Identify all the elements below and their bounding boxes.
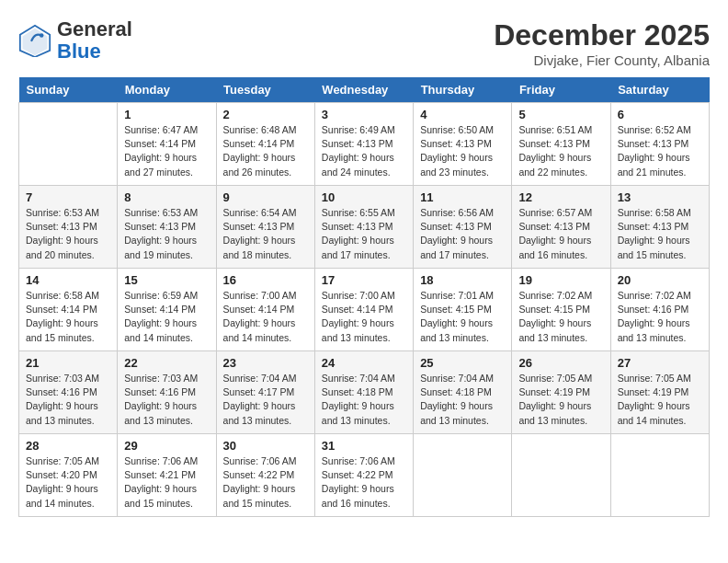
- day-info: Sunrise: 7:04 AMSunset: 4:18 PMDaylight:…: [420, 372, 505, 428]
- calendar-cell: 2Sunrise: 6:48 AMSunset: 4:14 PMDaylight…: [216, 103, 314, 186]
- day-of-week-header: Friday: [512, 77, 610, 103]
- calendar-cell: [512, 434, 610, 517]
- calendar-cell: 17Sunrise: 7:00 AMSunset: 4:14 PMDayligh…: [314, 269, 413, 351]
- day-number: 15: [124, 273, 209, 287]
- day-info: Sunrise: 6:58 AMSunset: 4:14 PMDaylight:…: [26, 289, 110, 345]
- day-info: Sunrise: 6:56 AMSunset: 4:13 PMDaylight:…: [420, 206, 505, 262]
- day-info: Sunrise: 7:03 AMSunset: 4:16 PMDaylight:…: [26, 372, 110, 428]
- day-info: Sunrise: 6:49 AMSunset: 4:13 PMDaylight:…: [322, 123, 406, 179]
- day-info: Sunrise: 7:05 AMSunset: 4:19 PMDaylight:…: [518, 372, 603, 428]
- calendar-cell: 7Sunrise: 6:53 AMSunset: 4:13 PMDaylight…: [19, 186, 118, 269]
- page-header: General Blue December 2025 Divjake, Fier…: [18, 18, 710, 68]
- day-number: 3: [322, 108, 406, 121]
- day-number: 6: [618, 108, 702, 121]
- day-info: Sunrise: 7:02 AMSunset: 4:15 PMDaylight:…: [518, 289, 603, 345]
- calendar-cell: 19Sunrise: 7:02 AMSunset: 4:15 PMDayligh…: [512, 269, 610, 351]
- day-number: 1: [124, 108, 209, 121]
- calendar-cell: 26Sunrise: 7:05 AMSunset: 4:19 PMDayligh…: [512, 351, 610, 434]
- day-info: Sunrise: 7:05 AMSunset: 4:19 PMDaylight:…: [618, 372, 702, 428]
- day-number: 22: [124, 356, 209, 370]
- calendar-cell: 5Sunrise: 6:51 AMSunset: 4:13 PMDaylight…: [512, 103, 610, 186]
- calendar-header-row: SundayMondayTuesdayWednesdayThursdayFrid…: [19, 77, 710, 103]
- svg-point-2: [40, 34, 44, 39]
- day-of-week-header: Thursday: [414, 77, 512, 103]
- day-number: 12: [518, 190, 603, 204]
- day-info: Sunrise: 6:57 AMSunset: 4:13 PMDaylight:…: [518, 206, 603, 262]
- day-number: 13: [618, 190, 702, 204]
- calendar-cell: [19, 103, 118, 186]
- calendar-cell: 12Sunrise: 6:57 AMSunset: 4:13 PMDayligh…: [512, 186, 610, 269]
- calendar-cell: 8Sunrise: 6:53 AMSunset: 4:13 PMDaylight…: [118, 186, 216, 269]
- day-of-week-header: Saturday: [610, 77, 709, 103]
- day-info: Sunrise: 6:55 AMSunset: 4:13 PMDaylight:…: [322, 206, 406, 262]
- location-title: Divjake, Fier County, Albania: [494, 52, 710, 68]
- day-info: Sunrise: 7:04 AMSunset: 4:18 PMDaylight:…: [322, 372, 406, 428]
- calendar-cell: 13Sunrise: 6:58 AMSunset: 4:13 PMDayligh…: [610, 186, 709, 269]
- day-info: Sunrise: 7:03 AMSunset: 4:16 PMDaylight:…: [124, 372, 209, 428]
- calendar-cell: 1Sunrise: 6:47 AMSunset: 4:14 PMDaylight…: [118, 103, 216, 186]
- calendar-table: SundayMondayTuesdayWednesdayThursdayFrid…: [18, 77, 710, 517]
- day-of-week-header: Sunday: [19, 77, 118, 103]
- calendar-cell: 22Sunrise: 7:03 AMSunset: 4:16 PMDayligh…: [118, 351, 216, 434]
- day-number: 30: [223, 439, 308, 453]
- day-info: Sunrise: 6:51 AMSunset: 4:13 PMDaylight:…: [518, 123, 603, 179]
- day-number: 5: [518, 108, 603, 121]
- calendar-cell: 6Sunrise: 6:52 AMSunset: 4:13 PMDaylight…: [610, 103, 709, 186]
- day-number: 11: [420, 190, 505, 204]
- day-info: Sunrise: 6:53 AMSunset: 4:13 PMDaylight:…: [124, 206, 209, 262]
- day-info: Sunrise: 6:52 AMSunset: 4:13 PMDaylight:…: [618, 123, 702, 179]
- month-title: December 2025: [494, 18, 710, 52]
- day-info: Sunrise: 6:48 AMSunset: 4:14 PMDaylight:…: [223, 123, 308, 179]
- calendar-cell: 24Sunrise: 7:04 AMSunset: 4:18 PMDayligh…: [314, 351, 413, 434]
- day-info: Sunrise: 6:53 AMSunset: 4:13 PMDaylight:…: [26, 206, 110, 262]
- title-area: December 2025 Divjake, Fier County, Alba…: [494, 18, 710, 68]
- day-info: Sunrise: 7:06 AMSunset: 4:22 PMDaylight:…: [223, 454, 308, 511]
- general-blue-logo-icon: [18, 24, 51, 57]
- calendar-week-row: 21Sunrise: 7:03 AMSunset: 4:16 PMDayligh…: [19, 351, 710, 434]
- day-number: 28: [26, 439, 110, 453]
- calendar-cell: 21Sunrise: 7:03 AMSunset: 4:16 PMDayligh…: [19, 351, 118, 434]
- day-info: Sunrise: 7:04 AMSunset: 4:17 PMDaylight:…: [223, 372, 308, 428]
- day-number: 20: [618, 273, 702, 287]
- day-info: Sunrise: 7:01 AMSunset: 4:15 PMDaylight:…: [420, 289, 505, 345]
- day-info: Sunrise: 6:59 AMSunset: 4:14 PMDaylight:…: [124, 289, 209, 345]
- calendar-cell: 28Sunrise: 7:05 AMSunset: 4:20 PMDayligh…: [19, 434, 118, 517]
- calendar-cell: 30Sunrise: 7:06 AMSunset: 4:22 PMDayligh…: [216, 434, 314, 517]
- day-number: 21: [26, 356, 110, 370]
- calendar-week-row: 28Sunrise: 7:05 AMSunset: 4:20 PMDayligh…: [19, 434, 710, 517]
- day-number: 23: [223, 356, 308, 370]
- calendar-week-row: 14Sunrise: 6:58 AMSunset: 4:14 PMDayligh…: [19, 269, 710, 351]
- calendar-cell: 29Sunrise: 7:06 AMSunset: 4:21 PMDayligh…: [118, 434, 216, 517]
- calendar-cell: 23Sunrise: 7:04 AMSunset: 4:17 PMDayligh…: [216, 351, 314, 434]
- day-number: 10: [322, 190, 406, 204]
- day-number: 24: [322, 356, 406, 370]
- day-number: 17: [322, 273, 406, 287]
- day-number: 29: [124, 439, 209, 453]
- day-number: 4: [420, 108, 505, 121]
- day-info: Sunrise: 6:47 AMSunset: 4:14 PMDaylight:…: [124, 123, 209, 179]
- day-info: Sunrise: 6:50 AMSunset: 4:13 PMDaylight:…: [420, 123, 505, 179]
- calendar-cell: 25Sunrise: 7:04 AMSunset: 4:18 PMDayligh…: [414, 351, 512, 434]
- day-info: Sunrise: 7:00 AMSunset: 4:14 PMDaylight:…: [223, 289, 308, 345]
- day-info: Sunrise: 7:06 AMSunset: 4:21 PMDaylight:…: [124, 454, 209, 511]
- calendar-cell: 27Sunrise: 7:05 AMSunset: 4:19 PMDayligh…: [610, 351, 709, 434]
- day-info: Sunrise: 7:00 AMSunset: 4:14 PMDaylight:…: [322, 289, 406, 345]
- day-number: 16: [223, 273, 308, 287]
- day-of-week-header: Wednesday: [314, 77, 413, 103]
- calendar-cell: [610, 434, 709, 517]
- calendar-cell: [414, 434, 512, 517]
- day-of-week-header: Tuesday: [216, 77, 314, 103]
- svg-marker-0: [23, 29, 48, 56]
- calendar-cell: 20Sunrise: 7:02 AMSunset: 4:16 PMDayligh…: [610, 269, 709, 351]
- calendar-week-row: 1Sunrise: 6:47 AMSunset: 4:14 PMDaylight…: [19, 103, 710, 186]
- day-number: 8: [124, 190, 209, 204]
- calendar-week-row: 7Sunrise: 6:53 AMSunset: 4:13 PMDaylight…: [19, 186, 710, 269]
- calendar-cell: 31Sunrise: 7:06 AMSunset: 4:22 PMDayligh…: [314, 434, 413, 517]
- calendar-cell: 3Sunrise: 6:49 AMSunset: 4:13 PMDaylight…: [314, 103, 413, 186]
- calendar-cell: 11Sunrise: 6:56 AMSunset: 4:13 PMDayligh…: [414, 186, 512, 269]
- day-number: 2: [223, 108, 308, 121]
- calendar-cell: 10Sunrise: 6:55 AMSunset: 4:13 PMDayligh…: [314, 186, 413, 269]
- day-of-week-header: Monday: [118, 77, 216, 103]
- day-number: 27: [618, 356, 702, 370]
- day-info: Sunrise: 7:06 AMSunset: 4:22 PMDaylight:…: [322, 454, 406, 511]
